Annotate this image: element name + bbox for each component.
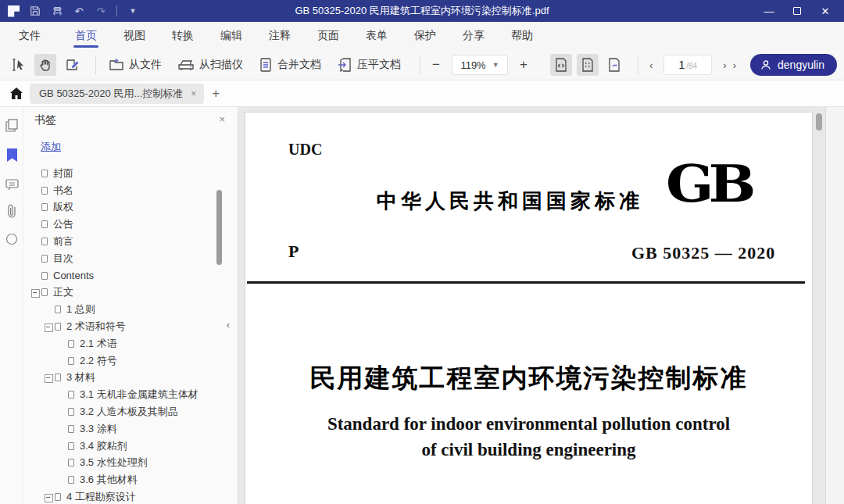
bookmark-label: 3.3 涂料 bbox=[80, 422, 117, 436]
reflow-view-button[interactable] bbox=[603, 54, 625, 76]
menu-tab[interactable]: 转换 bbox=[170, 23, 195, 49]
bookmarks-scrollbar-thumb[interactable] bbox=[216, 190, 222, 265]
add-bookmark-link[interactable]: 添加 bbox=[41, 140, 61, 154]
bookmark-label: 2.2 符号 bbox=[80, 354, 117, 368]
single-page-view-button[interactable] bbox=[550, 54, 572, 76]
bookmark-item[interactable]: 3.4 胶粘剂 bbox=[31, 438, 214, 455]
bookmark-icon bbox=[41, 203, 48, 211]
bookmarks-panel-button[interactable] bbox=[5, 148, 19, 162]
menu-tab[interactable]: 分享 bbox=[461, 23, 486, 49]
bookmark-item[interactable]: 4 工程勘察设计 bbox=[31, 488, 214, 504]
bookmark-item[interactable]: 3.5 水性处理剂 bbox=[31, 455, 214, 472]
tree-spacer bbox=[31, 272, 41, 279]
bookmark-item[interactable]: 2.1 术语 bbox=[31, 335, 214, 352]
bookmark-icon bbox=[41, 272, 48, 280]
zoom-level-select[interactable]: 119% ▼ bbox=[452, 55, 508, 75]
titlebar: ↶ ↷ ▼ GB 50325-2020 民用建筑工程室内环境污染控制标准.pdf… bbox=[0, 0, 844, 22]
toolbar-separator bbox=[95, 55, 96, 74]
minimize-button[interactable]: — bbox=[758, 2, 780, 20]
menu-tab[interactable]: 文件 bbox=[17, 23, 42, 49]
layers-panel-button[interactable] bbox=[5, 232, 19, 246]
tree-spacer bbox=[31, 255, 41, 262]
menu-tab[interactable]: 表单 bbox=[364, 23, 389, 49]
bookmarks-panel: 书签 × 添加 封面书名版权公告前言目次Contents正文1 总则2 术语和符… bbox=[23, 107, 238, 504]
bookmark-item[interactable]: 3 材料 bbox=[31, 370, 214, 387]
new-tab-button[interactable]: + bbox=[212, 86, 220, 102]
bookmark-item[interactable]: 书名 bbox=[31, 182, 214, 199]
save-icon[interactable] bbox=[29, 5, 41, 17]
pdf-viewer[interactable]: UDC 中华人民共和国国家标准 GB P GB 50325 — 2020 民用建… bbox=[238, 107, 825, 504]
zoom-out-button[interactable]: − bbox=[428, 57, 444, 73]
close-panel-icon[interactable]: × bbox=[219, 113, 225, 125]
flatten-document-button[interactable]: 压平文档 bbox=[332, 54, 406, 76]
bookmark-item[interactable]: 版权 bbox=[31, 199, 214, 216]
merge-documents-button[interactable]: 合并文档 bbox=[254, 54, 326, 76]
bookmark-item[interactable]: 1 总则 bbox=[31, 301, 214, 318]
continuous-page-view-button[interactable] bbox=[577, 54, 599, 76]
home-tab-button[interactable] bbox=[6, 88, 27, 99]
bookmark-item[interactable]: 3.3 涂料 bbox=[31, 420, 214, 438]
edit-tool-button[interactable] bbox=[61, 54, 83, 76]
viewer-scrollbar-thumb[interactable] bbox=[816, 113, 822, 130]
bookmark-item[interactable]: 2 术语和符号 bbox=[31, 318, 214, 335]
customize-toolbar-dropdown-icon[interactable]: ▼ bbox=[127, 5, 139, 17]
more-navigation-button[interactable]: › bbox=[730, 59, 739, 71]
menu-tab[interactable]: 页面 bbox=[316, 23, 341, 49]
bookmark-icon bbox=[68, 425, 74, 433]
collapse-panel-handle[interactable]: ‹ bbox=[227, 320, 230, 331]
chevron-down-icon: ▼ bbox=[492, 61, 499, 69]
user-account-button[interactable]: dengyulin bbox=[750, 54, 837, 76]
bookmark-label: 1 总则 bbox=[66, 302, 95, 316]
close-tab-icon[interactable]: × bbox=[191, 88, 196, 99]
bookmark-label: 3.5 水性处理剂 bbox=[80, 456, 148, 470]
page-thumbnails-panel-button[interactable] bbox=[5, 118, 19, 132]
comments-panel-button[interactable] bbox=[5, 177, 19, 191]
collapse-toggle-icon[interactable] bbox=[45, 374, 55, 381]
tree-spacer bbox=[58, 425, 68, 432]
attachments-panel-button[interactable] bbox=[5, 204, 19, 218]
bookmark-item[interactable]: 2.2 符号 bbox=[31, 352, 214, 370]
previous-page-button[interactable]: ‹ bbox=[646, 59, 656, 71]
zoom-in-button[interactable]: + bbox=[516, 57, 531, 73]
toolbar: 从文件 从扫描仪 合并文档 压平文档 − 119% ▼ + bbox=[0, 50, 844, 80]
document-tab-active[interactable]: GB 50325-2020 民用...控制标准 × bbox=[30, 84, 204, 104]
bookmark-item[interactable]: 目次 bbox=[31, 250, 214, 267]
redo-icon[interactable]: ↷ bbox=[95, 5, 107, 17]
menu-tab[interactable]: 视图 bbox=[122, 23, 147, 49]
menu-tab[interactable]: 首页 bbox=[73, 23, 98, 49]
bookmark-item[interactable]: 公告 bbox=[31, 216, 214, 233]
bookmark-icon bbox=[55, 323, 61, 331]
document-title-english-line2: of civil building engineering bbox=[245, 440, 812, 460]
bookmark-label: 3 材料 bbox=[66, 370, 95, 384]
bookmark-label: 正文 bbox=[53, 285, 73, 299]
create-from-file-button[interactable]: 从文件 bbox=[104, 54, 166, 76]
bookmark-item[interactable]: 3.1 无机非金属建筑主体材 bbox=[31, 386, 214, 403]
maximize-button[interactable] bbox=[786, 2, 808, 20]
close-button[interactable]: ✕ bbox=[814, 2, 836, 20]
menu-tab[interactable]: 编辑 bbox=[219, 23, 244, 49]
undo-icon[interactable]: ↶ bbox=[73, 5, 85, 17]
page-number-input[interactable]: 1 /84 bbox=[663, 55, 712, 75]
bookmark-item[interactable]: 3.6 其他材料 bbox=[31, 471, 214, 488]
bookmark-label: 版权 bbox=[53, 200, 73, 214]
bookmark-item[interactable]: Contents bbox=[31, 267, 214, 284]
typewriter-icon[interactable] bbox=[51, 5, 63, 17]
bookmark-icon bbox=[41, 170, 48, 177]
menu-tab[interactable]: 帮助 bbox=[510, 23, 535, 49]
select-tool-button[interactable] bbox=[8, 54, 30, 76]
udc-label: UDC bbox=[288, 141, 322, 159]
menu-tab[interactable]: 保护 bbox=[413, 23, 438, 49]
bookmark-item[interactable]: 封面 bbox=[31, 165, 214, 182]
bookmark-item[interactable]: 3.2 人造木板及其制品 bbox=[31, 403, 214, 420]
bookmark-item[interactable]: 前言 bbox=[31, 233, 214, 250]
bookmark-icon bbox=[68, 391, 74, 399]
bookmark-item[interactable]: 正文 bbox=[31, 284, 214, 302]
create-from-scanner-button[interactable]: 从扫描仪 bbox=[173, 54, 248, 76]
menu-tab[interactable]: 注释 bbox=[267, 23, 292, 49]
next-page-button[interactable]: › bbox=[720, 59, 729, 71]
hand-tool-button[interactable] bbox=[34, 54, 56, 76]
tree-spacer bbox=[31, 170, 41, 177]
collapse-toggle-icon[interactable] bbox=[45, 494, 55, 501]
collapse-toggle-icon[interactable] bbox=[45, 323, 55, 331]
collapse-toggle-icon[interactable] bbox=[31, 289, 41, 296]
